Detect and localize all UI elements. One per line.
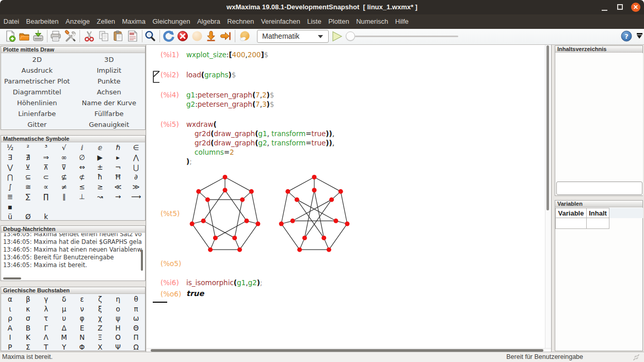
math-symbol-button[interactable]: ≣ xyxy=(1,192,19,202)
math-symbol-button[interactable]: ↝ xyxy=(91,192,109,202)
greek-letter-button[interactable]: Ψ xyxy=(109,342,127,352)
menu-maxima[interactable]: Maxima xyxy=(119,14,149,29)
math-symbol-button[interactable]: ü xyxy=(1,212,19,222)
restart-maxima-icon[interactable] xyxy=(163,30,175,42)
greek-letter-button[interactable]: Θ xyxy=(127,323,145,333)
greek-letter-button[interactable]: Σ xyxy=(19,342,37,352)
animation-slider[interactable] xyxy=(346,30,459,42)
greek-letter-button[interactable]: Ι xyxy=(1,333,19,342)
preferences-icon[interactable] xyxy=(64,30,76,42)
greek-letter-button[interactable]: Μ xyxy=(55,333,73,342)
code-line[interactable]: gr2d(draw_graph(g1, transform=true)), xyxy=(195,129,334,138)
worksheet-vertical-scrollbar[interactable] xyxy=(545,45,551,348)
math-symbol-button[interactable]: ℏ xyxy=(109,143,127,153)
math-symbol-button[interactable]: ⋂ xyxy=(1,172,19,182)
greek-letter-button[interactable]: ρ xyxy=(1,314,19,323)
math-symbol-button[interactable]: ⊼ xyxy=(37,162,55,172)
menu-rechnen[interactable]: Rechnen xyxy=(223,14,257,29)
greek-letter-button[interactable]: ζ xyxy=(91,294,109,304)
draw-button-ausdruck[interactable]: Ausdruck xyxy=(1,67,73,74)
greek-letter-button[interactable]: ω xyxy=(127,314,145,323)
math-symbol-button[interactable]: ▪ xyxy=(1,202,19,212)
math-symbol-button[interactable]: ≅ xyxy=(19,182,37,192)
interrupt-icon[interactable] xyxy=(176,30,189,42)
math-symbol-button[interactable]: ∥ xyxy=(55,192,73,202)
greek-letter-button[interactable]: Π xyxy=(127,333,145,342)
draw-button-genauigkeit[interactable]: Genauigkeit xyxy=(73,121,146,128)
greek-letter-button[interactable]: ι xyxy=(1,304,19,314)
maximize-button[interactable] xyxy=(615,0,626,14)
print-icon[interactable] xyxy=(50,30,62,42)
math-symbol-button[interactable]: ħ xyxy=(91,172,109,182)
greek-letter-button[interactable]: π xyxy=(127,304,145,314)
math-symbol-button[interactable]: ∄ xyxy=(19,153,37,162)
math-symbol-button[interactable]: √ xyxy=(55,143,73,153)
greek-letter-button[interactable]: γ xyxy=(37,294,55,304)
math-symbol-button[interactable]: ⋀ xyxy=(127,153,145,162)
maxima-help-icon[interactable] xyxy=(238,30,251,42)
math-symbol-button[interactable]: ∃ xyxy=(1,153,19,162)
code-line[interactable]: columns=2 xyxy=(195,147,234,157)
menu-numerisch[interactable]: Numerisch xyxy=(352,14,392,29)
math-symbol-button[interactable]: Ħ xyxy=(109,172,127,182)
toc-search-input[interactable] xyxy=(556,182,642,195)
code-line[interactable]: gr2d(draw_graph(g2, transform=true)), xyxy=(195,138,334,147)
code-line[interactable]: is_isomorphic(g1,g2); xyxy=(186,278,262,287)
math-symbol-button[interactable]: ² xyxy=(19,143,37,153)
variables-column-header[interactable]: Variable xyxy=(556,208,587,218)
menu-datei[interactable]: Datei xyxy=(0,14,23,29)
math-symbol-button[interactable]: ⊈ xyxy=(55,172,73,182)
math-symbol-button[interactable]: ∑ xyxy=(19,192,37,202)
math-symbol-button[interactable]: ⊽ xyxy=(55,162,73,172)
code-line[interactable]: load(graphs)$ xyxy=(186,70,236,79)
follow-icon[interactable] xyxy=(191,30,203,42)
math-symbol-button[interactable]: ⟶ xyxy=(127,192,145,202)
greek-letter-button[interactable]: σ xyxy=(19,314,37,323)
greek-letter-button[interactable]: Φ xyxy=(73,342,91,352)
code-line[interactable]: g1:petersen_graph(7,2)$ xyxy=(186,90,274,100)
math-symbol-button[interactable]: ∝ xyxy=(37,182,55,192)
greek-letter-button[interactable]: Ζ xyxy=(91,323,109,333)
slider-knob[interactable] xyxy=(346,31,355,41)
greek-letter-button[interactable]: Ω xyxy=(127,342,145,352)
math-symbol-button[interactable]: ≪ xyxy=(109,182,127,192)
menu-gleichungen[interactable]: Gleichungen xyxy=(149,14,194,29)
greek-letter-button[interactable]: δ xyxy=(55,294,73,304)
greek-letter-button[interactable]: β xyxy=(19,294,37,304)
save-icon[interactable] xyxy=(32,30,44,42)
menu-vereinfachen[interactable]: Vereinfachen xyxy=(257,14,303,29)
greek-letter-button[interactable]: Δ xyxy=(55,323,73,333)
greek-letter-button[interactable]: κ xyxy=(19,304,37,314)
cut-icon[interactable] xyxy=(83,30,95,42)
math-symbol-button[interactable]: ⊻ xyxy=(19,162,37,172)
math-symbol-button[interactable]: ⋁ xyxy=(1,162,19,172)
greek-letter-button[interactable]: Ρ xyxy=(1,342,19,352)
math-symbol-button[interactable]: ≫ xyxy=(127,182,145,192)
minimize-button[interactable] xyxy=(600,0,611,14)
copy-icon[interactable] xyxy=(98,30,110,42)
greek-letter-button[interactable]: Β xyxy=(19,323,37,333)
math-symbol-button[interactable]: ⊂ xyxy=(37,172,55,182)
new-document-icon[interactable] xyxy=(4,30,17,42)
scrollbar-thumb[interactable] xyxy=(546,45,549,210)
menu-hilfe[interactable]: Hilfe xyxy=(392,14,412,29)
math-symbol-button[interactable]: ≠ xyxy=(55,182,73,192)
greek-letter-button[interactable]: Υ xyxy=(55,342,73,352)
evaluate-till-here-icon[interactable] xyxy=(205,30,217,42)
greek-letter-button[interactable]: η xyxy=(109,294,127,304)
greek-letter-button[interactable]: τ xyxy=(37,314,55,323)
math-symbol-button[interactable]: ⅈ xyxy=(73,143,91,153)
draw-button-2d[interactable]: 2D xyxy=(1,56,73,63)
math-symbol-button[interactable]: ∈ xyxy=(127,143,145,153)
greek-letter-button[interactable]: λ xyxy=(37,304,55,314)
math-symbol-button[interactable]: ∞ xyxy=(55,153,73,162)
menu-algebra[interactable]: Algebra xyxy=(194,14,223,29)
worksheet-horizontal-scrollbar[interactable] xyxy=(147,348,551,352)
draw-button-h-henlinien[interactable]: Höhenlinien xyxy=(1,99,73,107)
math-symbol-button[interactable]: ∫ xyxy=(1,182,19,192)
math-symbol-button[interactable]: ▸ xyxy=(109,153,127,162)
math-symbol-button[interactable]: ⅇ xyxy=(91,143,109,153)
draw-button-f-llfarbe[interactable]: Füllfarbe xyxy=(73,110,146,118)
greek-letter-button[interactable]: ε xyxy=(73,294,91,304)
draw-button-3d[interactable]: 3D xyxy=(73,56,146,63)
